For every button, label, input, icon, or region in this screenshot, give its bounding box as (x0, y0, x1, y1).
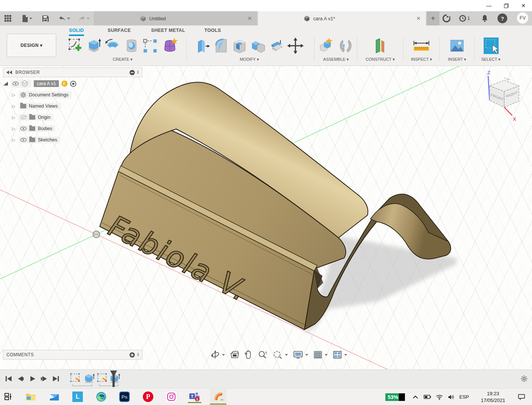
ribbon-tab-surface[interactable]: SURFACE (108, 28, 131, 34)
timeline-play-button[interactable] (28, 374, 37, 384)
viewport-canvas[interactable]: Fabiola V. TOP FRONT RIGHT Z X BROWSER ‖ (0, 66, 532, 369)
browser-row-sketches[interactable]: ▷ Sketches (3, 135, 142, 145)
lightroom-icon[interactable]: L (71, 390, 84, 403)
tray-chevron-icon[interactable] (410, 388, 421, 405)
panel-resize-handle[interactable]: ‖ (137, 352, 139, 357)
viewcube[interactable]: TOP FRONT RIGHT Z X (487, 70, 519, 122)
edge-browser-icon[interactable] (94, 390, 108, 403)
new-tab-button[interactable]: + (427, 11, 439, 26)
revolve-icon[interactable] (105, 37, 121, 54)
comments-panel[interactable]: COMMENTS ‖ (3, 350, 142, 360)
combine-icon[interactable] (250, 37, 266, 54)
activate-radio-icon[interactable] (70, 81, 76, 87)
create-sketch-icon[interactable] (67, 37, 84, 54)
undo-button[interactable] (56, 14, 72, 23)
job-status-button[interactable]: 1 (456, 12, 473, 24)
rectangular-pattern-icon[interactable] (142, 37, 159, 54)
help-button[interactable]: ? (498, 14, 507, 23)
timeline-feature-extrude1[interactable] (85, 374, 94, 383)
shell-icon[interactable] (232, 37, 247, 54)
joint-icon[interactable] (337, 37, 354, 54)
timeline-step-forward-button[interactable] (39, 374, 49, 384)
expand-arrow-icon[interactable]: ▷ (11, 126, 16, 131)
timeline-step-back-button[interactable] (16, 374, 25, 384)
move-icon[interactable] (287, 37, 304, 54)
grid-snap-button[interactable] (313, 351, 328, 359)
extensions-icon[interactable] (441, 12, 453, 24)
expand-arrow-icon[interactable]: ▷ (11, 115, 16, 120)
zoom-window-button[interactable] (273, 350, 288, 359)
new-component-icon[interactable] (318, 37, 334, 54)
origin-marker[interactable] (93, 231, 100, 238)
mail-icon[interactable] (48, 390, 61, 403)
panel-minimize-icon[interactable] (129, 70, 135, 75)
expand-arrow-icon[interactable]: ▷ (11, 93, 16, 98)
file-menu-button[interactable] (19, 14, 34, 23)
action-center-icon[interactable] (514, 388, 529, 405)
timeline-marker[interactable] (109, 370, 118, 387)
offset-face-icon[interactable] (269, 37, 284, 54)
construct-plane-icon[interactable] (372, 37, 389, 54)
close-button[interactable]: ✕ (515, 0, 532, 11)
group-label-construct[interactable]: CONSTRUCT ▾ (358, 57, 402, 62)
browser-row-origin[interactable]: ▷ Origin (3, 112, 142, 122)
extrude-icon[interactable] (87, 37, 102, 54)
notifications-bell-icon[interactable] (479, 12, 491, 24)
tab-close-icon[interactable]: ✕ (416, 15, 421, 21)
clock-widget[interactable]: 19:23 17/05/2021 (474, 388, 513, 405)
zoom-button[interactable]: ± (258, 350, 268, 359)
timeline-settings-gear-icon[interactable] (519, 374, 529, 384)
minimize-button[interactable]: — (480, 0, 498, 11)
avatar[interactable]: FV (517, 12, 528, 24)
ribbon-tab-tools[interactable]: TOOLS (204, 28, 221, 34)
add-comment-icon[interactable] (129, 352, 135, 358)
orbit-button[interactable] (211, 350, 225, 359)
hole-icon[interactable] (124, 37, 139, 54)
insert-canvas-icon[interactable] (448, 37, 466, 54)
document-tab-active[interactable]: cara A v1* ✕ (258, 11, 426, 26)
save-button[interactable] (40, 14, 50, 23)
look-at-button[interactable] (230, 351, 239, 358)
timeline-feature-sketch2[interactable] (97, 373, 107, 382)
redo-button[interactable] (76, 14, 91, 23)
viewports-button[interactable] (333, 351, 347, 359)
tab-close-icon[interactable]: ✕ (247, 15, 252, 21)
pan-button[interactable] (244, 350, 253, 359)
timeline-go-end-button[interactable] (51, 374, 61, 384)
group-label-inspect[interactable]: INSPECT ▾ (405, 57, 438, 62)
browser-row-bodies[interactable]: ▷ Bodies (3, 124, 142, 134)
display-settings-button[interactable] (293, 351, 308, 359)
expand-arrow-icon[interactable]: ▷ (11, 138, 16, 142)
browser-row-document-settings[interactable]: ▷ Document Settings (3, 90, 142, 100)
visibility-eye-icon[interactable] (12, 81, 19, 86)
visibility-eye-icon[interactable] (20, 126, 27, 131)
ribbon-tab-solid[interactable]: SOLID (69, 28, 84, 36)
data-panel-grid-icon[interactable] (3, 14, 13, 23)
measure-icon[interactable] (412, 37, 431, 54)
collapse-panel-icon[interactable] (6, 70, 12, 74)
battery-icon[interactable] (422, 388, 433, 405)
panel-resize-handle[interactable]: ‖ (137, 70, 139, 75)
timeline-feature-sketch1[interactable] (70, 373, 80, 382)
design-workspace-dropdown[interactable]: DESIGN ▾ (7, 34, 56, 57)
visibility-eye-off-icon[interactable] (20, 115, 27, 120)
create-form-icon[interactable] (162, 37, 178, 54)
maximize-button[interactable] (498, 0, 515, 11)
document-tab-untitled[interactable]: Untitled ✕ (94, 11, 257, 26)
group-label-modify[interactable]: MODIFY ▾ (187, 57, 311, 62)
wifi-icon[interactable] (434, 388, 445, 405)
expand-arrow-icon[interactable]: ▷ (11, 104, 16, 109)
pinterest-icon[interactable]: P (141, 390, 155, 403)
instagram-icon[interactable] (165, 390, 178, 403)
language-indicator[interactable]: ESP (457, 388, 471, 405)
group-label-select[interactable]: SELECT ▾ (476, 57, 506, 62)
group-label-insert[interactable]: INSERT ▾ (441, 57, 473, 62)
component-name[interactable]: cara A v1 (34, 80, 59, 87)
visibility-eye-icon[interactable] (20, 138, 27, 142)
select-icon[interactable] (482, 37, 499, 55)
component-expand-icon[interactable] (3, 81, 8, 86)
group-label-assemble[interactable]: ASSEMBLE ▾ (316, 57, 356, 62)
group-label-create[interactable]: CREATE ▾ (61, 57, 184, 62)
fusion360-icon[interactable]: 360 (210, 389, 226, 405)
file-explorer-icon[interactable] (24, 390, 37, 403)
